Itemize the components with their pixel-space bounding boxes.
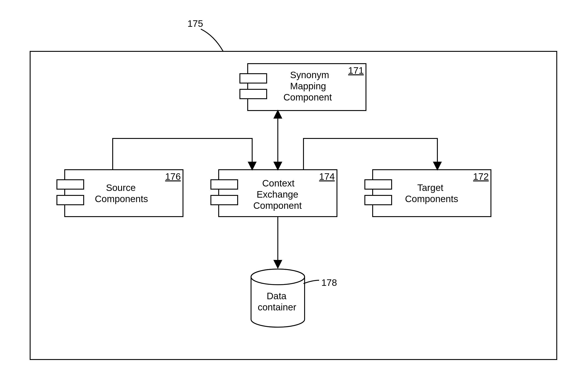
svg-rect-11 bbox=[365, 195, 392, 205]
context-line1: Context bbox=[262, 178, 294, 189]
source-line1: Source bbox=[106, 182, 136, 193]
outer-ref-leader bbox=[201, 29, 223, 51]
data-ref: 178 bbox=[321, 277, 337, 288]
svg-point-13 bbox=[251, 269, 305, 285]
synonym-line2: Mapping bbox=[290, 81, 326, 91]
synonym-component: 171 Synonym Mapping Component bbox=[240, 64, 366, 111]
svg-rect-10 bbox=[365, 180, 392, 189]
svg-rect-4 bbox=[57, 180, 84, 189]
context-component: 174 Context Exchange Component bbox=[211, 170, 337, 217]
target-ref: 172 bbox=[473, 171, 489, 182]
synonym-line1: Synonym bbox=[290, 70, 329, 80]
synonym-ref: 171 bbox=[348, 65, 364, 76]
data-ref-leader bbox=[303, 280, 319, 284]
svg-rect-2 bbox=[240, 89, 267, 99]
diagram-canvas: 175 171 Synonym Mapping Component 176 So… bbox=[0, 0, 588, 389]
data-line2: container bbox=[258, 302, 296, 312]
conn-source-to-context bbox=[113, 138, 252, 170]
source-ref: 176 bbox=[165, 171, 181, 182]
source-line2: Components bbox=[95, 194, 148, 204]
context-line2: Exchange bbox=[257, 189, 298, 200]
context-ref: 174 bbox=[319, 171, 335, 182]
conn-context-to-target bbox=[303, 138, 437, 170]
svg-rect-1 bbox=[240, 74, 267, 83]
svg-rect-5 bbox=[57, 195, 84, 205]
data-line1: Data bbox=[267, 291, 287, 301]
target-component: 172 Target Components bbox=[365, 170, 491, 217]
target-line1: Target bbox=[417, 182, 443, 193]
outer-ref-label: 175 bbox=[187, 18, 203, 29]
data-container: Data container 178 bbox=[251, 269, 337, 327]
target-line2: Components bbox=[405, 194, 458, 204]
source-component: 176 Source Components bbox=[57, 170, 183, 217]
svg-rect-7 bbox=[211, 180, 238, 189]
context-line3: Component bbox=[253, 200, 302, 211]
synonym-line3: Component bbox=[283, 92, 332, 102]
svg-rect-8 bbox=[211, 195, 238, 205]
